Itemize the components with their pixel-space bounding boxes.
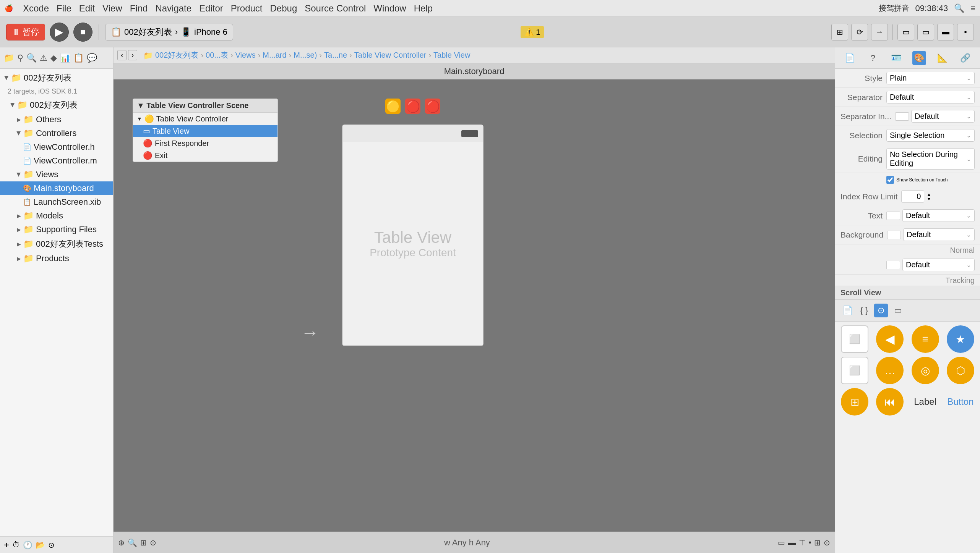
background-select[interactable]: Default ⌄ [903,228,975,241]
lib-item-grid[interactable]: ⊞ [839,388,870,416]
lib-item-media[interactable]: ⏮ [874,388,905,416]
style-select[interactable]: Plain ⌄ [886,72,975,84]
separator-color-swatch[interactable] [895,112,909,121]
lib-item-square2[interactable]: ⬜ [839,357,870,384]
layout-icon-2[interactable]: ▬ [788,538,796,547]
menu-source-control[interactable]: Source Control [305,3,366,14]
scene-icon-2[interactable]: 🔴 [405,99,420,114]
lib-item-back-arrow[interactable]: ◀ [874,325,905,353]
canvas-area[interactable]: ▼ Table View Controller Scene ▼ 🟡 Table … [114,79,835,532]
breadcrumb-1[interactable]: 002好友列表 [155,50,198,60]
menu-editor[interactable]: Editor [199,3,223,14]
layout-icon-3[interactable]: ⊤ [799,538,805,547]
index-row-stepper[interactable]: ▲ ▼ [926,192,931,201]
scene-item-responder[interactable]: 🔴 First Responder [133,137,277,149]
scroll-ruler-icon[interactable]: ▭ [891,304,905,317]
layout-4[interactable]: ▪ [957,24,974,40]
circle-icon[interactable]: ⊙ [48,540,55,550]
sidebar-chat-icon[interactable]: 💬 [87,53,97,63]
folder-nav-icon[interactable]: 📂 [36,540,45,550]
assistant-toggle[interactable]: → [871,24,888,40]
debug-toggle[interactable]: ⟳ [851,24,868,40]
scheme-selector[interactable]: 📋 002好友列表 › 📱 iPhone 6 [105,24,233,40]
iphone-content[interactable]: Table View Prototype Content [343,142,483,345]
search-icon[interactable]: 🔍 [954,3,964,13]
bg-normal-select[interactable]: Default ⌄ [902,259,975,271]
bg-normal-swatch[interactable] [886,261,900,269]
menu-xcode[interactable]: Xcode [23,3,49,14]
sidebar-item-supporting-files[interactable]: ▶ 📁 Supporting Files [0,223,113,236]
connections-icon[interactable]: 🔗 [959,51,972,65]
zoom-percent-icon[interactable]: 🔍 [128,538,137,547]
layout-icon-5[interactable]: ⊞ [814,538,821,547]
lib-item-cube[interactable]: ⬡ [945,357,976,384]
scene-item-controller[interactable]: ▼ 🟡 Table View Controller [133,113,277,125]
layout-2[interactable]: ▭ [917,24,934,40]
breadcrumb-5[interactable]: M...se) [294,51,317,60]
editing-select[interactable]: No Selection During Editing ⌄ [886,148,975,170]
menu-edit[interactable]: Edit [79,3,95,14]
index-row-input[interactable] [901,190,924,203]
scene-item-tableview[interactable]: ▭ Table View [133,125,277,137]
sidebar-item-main-storyboard[interactable]: 🎨 Main.storyboard [0,181,113,195]
sidebar-item-controllers[interactable]: ▶ 📁 Controllers [0,126,113,140]
menu-icon[interactable]: ≡ [970,3,975,13]
file-inspector-icon[interactable]: 📄 [843,51,857,65]
identity-icon[interactable]: 🪪 [889,51,903,65]
sidebar-item-project[interactable]: ▶ 📁 002好友列表 [0,70,113,86]
lib-item-button[interactable]: Button [945,388,976,416]
sidebar-git-icon[interactable]: ⚲ [17,53,23,63]
lib-item-star[interactable]: ★ [945,325,976,353]
add-icon[interactable]: + [4,540,9,550]
history-icon[interactable]: 🕐 [23,540,32,550]
menu-debug[interactable]: Debug [270,3,297,14]
sidebar-item-models[interactable]: ▶ 📁 Models [0,209,113,223]
pointer-icon[interactable]: ⊙ [150,538,156,547]
separator-select[interactable]: Default ⌄ [886,91,975,103]
breadcrumb-2[interactable]: 00...表 [206,50,228,60]
breadcrumb-back[interactable]: ‹ [117,50,127,60]
scroll-code-icon[interactable]: { } [857,304,871,317]
layout-icon-1[interactable]: ▭ [778,538,785,547]
menu-navigate[interactable]: Navigate [155,3,191,14]
lib-item-target[interactable]: ◎ [910,357,941,384]
sidebar-breakpoint-icon[interactable]: ◆ [50,53,57,63]
scroll-circle-icon[interactable]: ⊙ [874,304,888,317]
filter-icon[interactable]: ⏱ [12,540,20,549]
run-button[interactable]: ▶ [50,23,69,42]
menu-help[interactable]: Help [414,3,433,14]
sidebar-folder-icon[interactable]: 📁 [4,53,14,63]
size-class-label[interactable]: w Any h Any [444,538,490,548]
breadcrumb-8[interactable]: Table View [433,51,470,60]
lib-item-list[interactable]: ≡ [910,325,941,353]
scene-icon-1[interactable]: 🟡 [385,99,401,114]
sidebar-item-launchscreen[interactable]: 📋 LaunchScreen.xib [0,195,113,209]
pause-button[interactable]: ⏸ 暂停 [6,24,45,40]
zoom-fit-icon[interactable]: ⊕ [118,538,125,547]
scroll-file-icon[interactable]: 📄 [840,304,854,317]
background-color-swatch[interactable] [887,231,901,239]
sidebar-search-icon[interactable]: 🔍 [26,53,37,63]
lib-item-square-outline[interactable]: ⬜ [839,325,870,353]
sidebar-item-main-folder[interactable]: ▶ 📁 002好友列表 [0,97,113,113]
menu-window[interactable]: Window [373,3,406,14]
breadcrumb-4[interactable]: M...ard [263,51,286,60]
size-icon[interactable]: 📐 [935,51,949,65]
sidebar-item-viewcontroller-h[interactable]: 📄 ViewController.h [0,140,113,154]
breadcrumb-7[interactable]: Table View Controller [354,51,427,60]
sidebar-item-tests[interactable]: ▶ 📁 002好友列表Tests [0,236,113,252]
warning-indicator[interactable]: ⚠️ 1 [521,26,544,38]
layout-3[interactable]: ▬ [937,24,954,40]
lib-item-ellipsis[interactable]: … [874,357,905,384]
menu-product[interactable]: Product [231,3,263,14]
scene-item-exit[interactable]: 🔴 Exit [133,149,277,162]
breadcrumb-forward[interactable]: › [128,50,137,60]
attributes-icon[interactable]: 🎨 [912,51,926,65]
layout-icon-4[interactable]: ▪ [808,538,811,547]
show-selection-checkbox[interactable] [886,176,894,184]
menu-view[interactable]: View [102,3,122,14]
sidebar-report-icon[interactable]: 📊 [60,53,70,63]
navigator-toggle[interactable]: ⊞ [831,24,848,40]
selection-select[interactable]: Single Selection ⌄ [886,129,975,142]
scene-icon-3[interactable]: 🔴 [425,99,440,114]
